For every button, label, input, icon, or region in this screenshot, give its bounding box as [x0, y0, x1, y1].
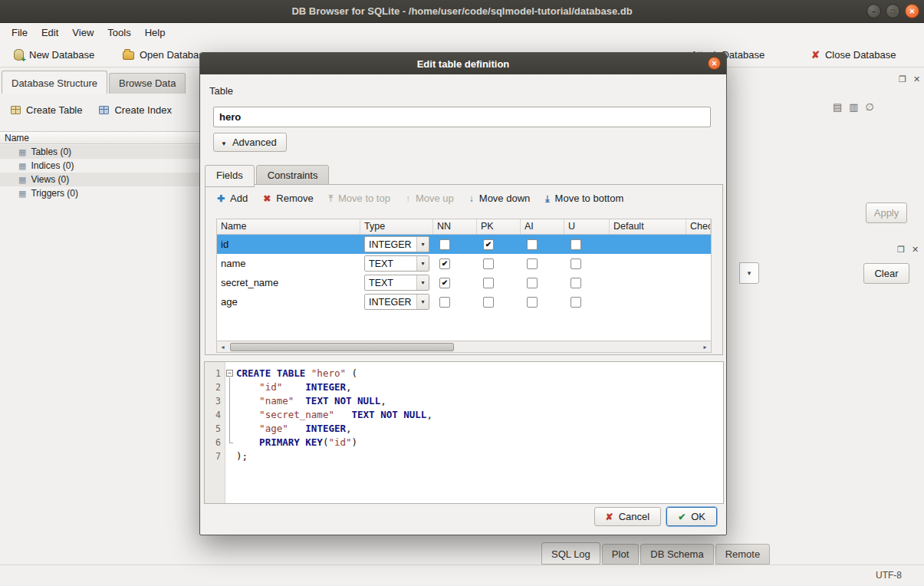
- column-header-ai[interactable]: AI: [521, 219, 564, 234]
- type-select-name[interactable]: TEXT▾: [364, 255, 429, 272]
- menu-edit[interactable]: Edit: [35, 25, 65, 41]
- close-dock-icon[interactable]: [913, 74, 920, 84]
- age-pk-checkbox[interactable]: [483, 297, 494, 308]
- tab-browse-data[interactable]: Browse Data: [109, 73, 186, 94]
- sql-token: "name": [259, 395, 294, 407]
- maximize-button[interactable]: [886, 4, 900, 18]
- pk-cell: [477, 254, 521, 273]
- name-nn-checkbox[interactable]: ✔: [439, 258, 450, 269]
- field-row-name[interactable]: nameTEXT▾✔: [217, 254, 711, 273]
- field-row-age[interactable]: ageINTEGER▾: [217, 292, 711, 311]
- tab-database-structure[interactable]: Database Structure: [2, 71, 107, 94]
- bottom-tab-plot[interactable]: Plot: [602, 544, 639, 565]
- ai-cell: [521, 235, 564, 254]
- scrollbar-handle[interactable]: [230, 343, 454, 351]
- name-pk-checkbox[interactable]: [483, 258, 494, 269]
- secret-name-ai-checkbox[interactable]: [527, 278, 538, 288]
- dialog-close-button[interactable]: [708, 57, 721, 70]
- secret-name-pk-checkbox[interactable]: [483, 278, 494, 288]
- new-database-icon: [14, 49, 24, 61]
- id-nn-checkbox[interactable]: [439, 239, 450, 250]
- sql-token: "age": [259, 423, 288, 434]
- secret-name-u-checkbox[interactable]: [571, 278, 581, 288]
- export-text-icon[interactable]: [849, 101, 858, 113]
- type-value: INTEGER: [365, 239, 416, 250]
- close-database-button[interactable]: Close Database: [805, 44, 902, 64]
- age-ai-checkbox[interactable]: [527, 297, 538, 308]
- advanced-label: Advanced: [232, 137, 277, 148]
- bottom-tab-sql-log[interactable]: SQL Log: [541, 542, 600, 565]
- close-window-button[interactable]: [905, 4, 919, 18]
- id-u-checkbox[interactable]: [571, 239, 581, 250]
- id-pk-checkbox[interactable]: ✔: [483, 239, 494, 250]
- bottom-tab-remote[interactable]: Remote: [715, 544, 771, 565]
- age-nn-checkbox[interactable]: [439, 297, 450, 308]
- sql-token: ,: [346, 381, 352, 393]
- remove-button[interactable]: ✖Remove: [256, 189, 320, 208]
- column-header-name[interactable]: Name: [217, 219, 360, 234]
- dialog-tab-constraints[interactable]: Constraints: [256, 165, 330, 186]
- encoding-label[interactable]: UTF-8: [876, 570, 902, 581]
- fold-marker[interactable]: −: [225, 367, 236, 380]
- column-header-nn[interactable]: NN: [433, 219, 477, 234]
- set-null-icon[interactable]: [866, 101, 874, 113]
- sql-token: [305, 367, 311, 379]
- column-header-type[interactable]: Type: [360, 219, 433, 234]
- dialog-buttons: Cancel OK: [594, 507, 717, 526]
- apply-button[interactable]: Apply: [866, 202, 907, 223]
- create-table-button[interactable]: Create Table: [5, 100, 88, 120]
- type-select-age[interactable]: INTEGER▾: [364, 294, 429, 310]
- close-dock-icon[interactable]: [912, 245, 919, 255]
- float-dock-icon[interactable]: [899, 74, 906, 84]
- name-ai-checkbox[interactable]: [527, 258, 538, 269]
- u-cell: [564, 292, 610, 311]
- add-button[interactable]: ✚Add: [210, 189, 255, 208]
- column-header-default[interactable]: Default: [610, 219, 686, 234]
- scrollbar-track[interactable]: [229, 342, 699, 352]
- field-check-cell: [686, 254, 711, 273]
- new-database-label: New Database: [29, 49, 94, 61]
- grid-header: NameTypeNNPKAIUDefaultCheck: [217, 219, 711, 235]
- type-select-secret-name[interactable]: TEXT▾: [364, 275, 429, 291]
- type-select-id[interactable]: INTEGER▾: [364, 236, 429, 252]
- field-row-id[interactable]: idINTEGER▾✔: [217, 235, 711, 254]
- name-u-checkbox[interactable]: [571, 258, 581, 269]
- column-header-pk[interactable]: PK: [477, 219, 521, 234]
- scroll-left-icon[interactable]: [217, 342, 229, 352]
- mode-combobox-partial[interactable]: [739, 262, 759, 284]
- fields-grid: NameTypeNNPKAIUDefaultCheck idINTEGER▾✔n…: [216, 219, 712, 341]
- secret-name-nn-checkbox[interactable]: ✔: [439, 278, 450, 288]
- menu-tools[interactable]: Tools: [100, 25, 137, 41]
- float-dock-icon[interactable]: [897, 245, 905, 255]
- sql-token: );: [236, 450, 248, 462]
- cancel-button[interactable]: Cancel: [594, 507, 662, 526]
- move-to-bottom-button[interactable]: ⤓Move to bottom: [538, 189, 630, 208]
- horizontal-scrollbar[interactable]: [216, 341, 712, 353]
- menu-help[interactable]: Help: [138, 25, 173, 41]
- new-database-button[interactable]: New Database: [8, 44, 100, 64]
- age-u-checkbox[interactable]: [571, 297, 581, 308]
- u-cell: [564, 235, 610, 254]
- bottom-tab-db-schema[interactable]: DB Schema: [640, 544, 713, 565]
- advanced-toggle-button[interactable]: Advanced: [213, 133, 287, 152]
- field-type-cell: TEXT▾: [360, 273, 433, 292]
- menu-view[interactable]: View: [65, 25, 100, 41]
- fold-marker: [225, 394, 236, 408]
- clear-button[interactable]: Clear: [863, 263, 909, 284]
- id-ai-checkbox[interactable]: [527, 239, 538, 250]
- dialog-tab-fields[interactable]: Fields: [205, 165, 255, 187]
- column-header-check[interactable]: Check: [686, 219, 711, 234]
- import-text-icon[interactable]: [833, 101, 842, 113]
- dialog-titlebar[interactable]: Edit table definition: [200, 53, 726, 74]
- scroll-right-icon[interactable]: [699, 342, 711, 352]
- minimize-button[interactable]: [866, 4, 881, 18]
- ok-button[interactable]: OK: [666, 507, 717, 526]
- move-down-button[interactable]: ↓Move down: [462, 189, 537, 208]
- fold-collapse-icon[interactable]: −: [226, 370, 233, 377]
- column-header-u[interactable]: U: [564, 219, 610, 234]
- table-name-input[interactable]: [213, 107, 711, 127]
- ai-cell: [521, 273, 564, 292]
- create-index-button[interactable]: Create Index: [93, 100, 177, 120]
- menu-file[interactable]: File: [5, 25, 35, 41]
- field-row-secret-name[interactable]: secret_nameTEXT▾✔: [217, 273, 711, 292]
